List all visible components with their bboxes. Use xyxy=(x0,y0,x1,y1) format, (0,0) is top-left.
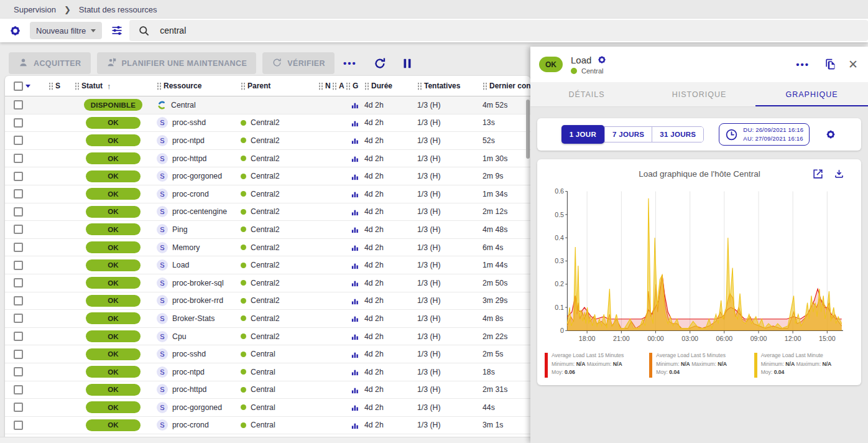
resource-cell[interactable]: SPing xyxy=(157,224,241,235)
copy-link-icon[interactable] xyxy=(824,58,836,71)
row-checkbox[interactable] xyxy=(14,332,23,341)
resource-cell[interactable]: Sproc-sshd xyxy=(157,348,241,360)
chart-icon[interactable] xyxy=(351,225,360,234)
row-checkbox[interactable] xyxy=(14,403,23,412)
more-actions-icon[interactable]: ••• xyxy=(343,58,357,68)
drag-handle-icon[interactable] xyxy=(482,82,487,90)
row-checkbox[interactable] xyxy=(14,385,23,394)
parent-cell[interactable]: Central2 xyxy=(241,279,318,287)
parent-cell[interactable]: Central2 xyxy=(241,243,318,252)
graph-cell[interactable] xyxy=(346,367,364,376)
column-header-a[interactable]: A xyxy=(332,82,346,90)
close-panel-icon[interactable]: ✕ xyxy=(848,57,858,72)
row-checkbox[interactable] xyxy=(14,261,23,270)
chart-icon[interactable] xyxy=(351,136,360,145)
graph-cell[interactable] xyxy=(346,261,364,270)
graph-cell[interactable] xyxy=(346,118,364,128)
parent-cell[interactable]: Central2 xyxy=(241,296,318,305)
resource-cell[interactable]: SBroker-Stats xyxy=(157,313,241,324)
resource-cell[interactable]: Sproc-gorgoned xyxy=(157,170,241,182)
drag-handle-icon[interactable] xyxy=(241,82,245,90)
parent-cell[interactable]: Central2 xyxy=(241,190,318,198)
select-all-checkbox[interactable] xyxy=(14,82,23,91)
chart-icon[interactable] xyxy=(351,172,360,181)
filter-select[interactable]: Nouveau filtre xyxy=(30,22,102,39)
resource-cell[interactable]: Sproc-httpd xyxy=(157,384,241,395)
graph-cell[interactable] xyxy=(346,350,364,359)
chart-icon[interactable] xyxy=(351,100,360,110)
tune-filters-icon[interactable] xyxy=(111,24,123,37)
chart-icon[interactable] xyxy=(351,118,360,128)
chart-icon[interactable] xyxy=(351,332,360,341)
chart-icon[interactable] xyxy=(351,243,360,252)
drag-handle-icon[interactable] xyxy=(318,82,323,90)
resource-cell[interactable]: Sproc-broker-rrd xyxy=(157,295,241,306)
filter-settings-gear-icon[interactable] xyxy=(8,24,22,38)
chart-icon[interactable] xyxy=(351,403,360,412)
graph-cell[interactable] xyxy=(346,385,364,394)
resource-cell[interactable]: Sproc-crond xyxy=(157,419,241,431)
resource-cell[interactable]: Sproc-ntpd xyxy=(157,135,241,146)
drag-handle-icon[interactable] xyxy=(48,82,53,90)
graph-cell[interactable] xyxy=(346,189,364,198)
row-checkbox[interactable] xyxy=(14,154,23,163)
table-row[interactable]: OKSproc-gorgonedCentral24d 2h1/3 (H)2m 9… xyxy=(5,167,530,185)
table-row[interactable]: OKSproc-ntpdCentral24d 2h1/3 (H)52s xyxy=(5,132,530,150)
row-checkbox[interactable] xyxy=(14,225,23,234)
resource-cell[interactable]: Sproc-gorgoned xyxy=(157,402,241,413)
drag-handle-icon[interactable] xyxy=(332,82,336,90)
range-button-31-jours[interactable]: 31 JOURS xyxy=(652,127,703,142)
chart-icon[interactable] xyxy=(351,261,360,270)
row-checkbox[interactable] xyxy=(14,207,23,217)
horizontal-scrollbar[interactable] xyxy=(0,437,530,443)
drag-handle-icon[interactable] xyxy=(364,82,369,90)
chart-icon[interactable] xyxy=(351,314,360,323)
column-header-statut[interactable]: Statut↑ xyxy=(70,82,157,91)
graph-cell[interactable] xyxy=(346,207,364,217)
parent-cell[interactable]: Central xyxy=(241,368,318,376)
resource-cell[interactable]: Sproc-sshd xyxy=(157,117,241,128)
resource-cell[interactable]: Sproc-httpd xyxy=(157,153,241,164)
table-row[interactable]: OKSproc-crondCentral4d 2h1/3 (H)3m 1s xyxy=(5,417,530,435)
column-header-ressource[interactable]: Ressource xyxy=(157,82,241,90)
row-checkbox[interactable] xyxy=(14,172,23,181)
graph-cell[interactable] xyxy=(346,172,364,181)
graph-cell[interactable] xyxy=(346,278,364,287)
parent-cell[interactable]: Central2 xyxy=(241,261,318,269)
set-maintenance-button[interactable]: PLANIFIER UNE MAINTENANCE xyxy=(97,52,257,74)
row-checkbox[interactable] xyxy=(14,296,23,305)
legend-item[interactable]: Average Load Last 5 MinutesMinimum: N/A … xyxy=(649,352,749,378)
chart-icon[interactable] xyxy=(351,367,360,376)
open-in-new-icon[interactable] xyxy=(812,168,824,180)
tab-historique[interactable]: HISTORIQUE xyxy=(643,82,755,106)
table-row[interactable]: OKSproc-broker-rrdCentral24d 2h1/3 (H)3m… xyxy=(5,292,530,310)
select-all-caret-icon[interactable] xyxy=(25,85,30,88)
legend-item[interactable]: Average Load Last MinuteMinimum: N/A Max… xyxy=(754,352,854,378)
search-input[interactable]: central xyxy=(129,20,868,41)
graph-cell[interactable] xyxy=(346,314,364,323)
breadcrumb-item-supervision[interactable]: Supervision xyxy=(14,5,56,14)
column-header-s[interactable]: S xyxy=(48,82,70,90)
parent-cell[interactable]: Central2 xyxy=(241,154,318,163)
parent-cell[interactable]: Central xyxy=(241,385,318,394)
resource-cell[interactable]: Sproc-broker-sql xyxy=(157,277,241,289)
parent-cell[interactable]: Central xyxy=(241,421,318,429)
parent-cell[interactable]: Central xyxy=(241,350,318,358)
parent-cell[interactable]: Central2 xyxy=(241,332,318,341)
graph-cell[interactable] xyxy=(346,403,364,412)
legend-item[interactable]: Average Load Last 15 MinutesMinimum: N/A… xyxy=(545,352,644,378)
table-row[interactable]: OKSLoadCentral24d 2h1/3 (H)1m 44s xyxy=(5,256,530,274)
refresh-icon[interactable] xyxy=(373,57,387,70)
row-checkbox[interactable] xyxy=(14,136,23,145)
chart-icon[interactable] xyxy=(351,350,360,359)
row-checkbox[interactable] xyxy=(14,118,23,128)
parent-cell[interactable]: Central xyxy=(241,403,318,412)
graph-cell[interactable] xyxy=(346,136,364,145)
table-row[interactable]: OKSBroker-StatsCentral24d 2h1/3 (H)4m 8s xyxy=(5,310,530,328)
resource-cell[interactable]: Sproc-ntpd xyxy=(157,366,241,378)
table-row[interactable]: OKSPingCentral24d 2h1/3 (H)4m 48s xyxy=(5,221,530,239)
table-row[interactable]: OKSproc-gorgonedCentral4d 2h1/3 (H)44s xyxy=(5,399,530,417)
load-chart[interactable]: 18:0021:0000:0003:0006:0009:0012:0015:00… xyxy=(543,186,855,350)
chart-icon[interactable] xyxy=(351,154,360,163)
graph-cell[interactable] xyxy=(346,332,364,341)
